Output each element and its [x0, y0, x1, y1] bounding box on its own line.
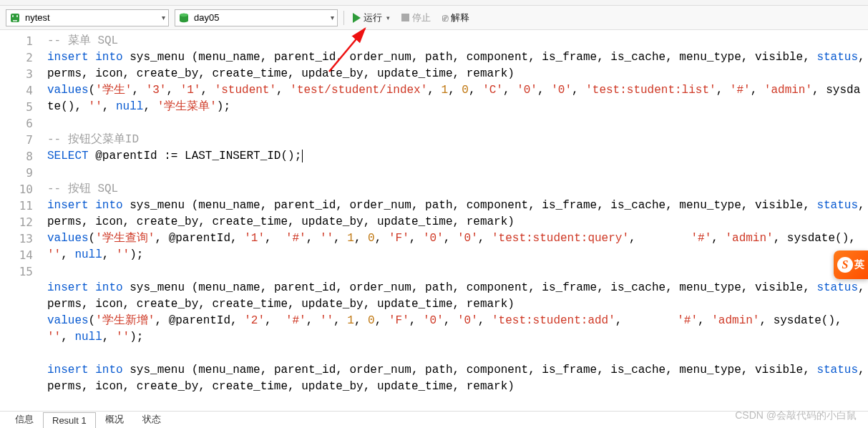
stop-label: 停止: [412, 11, 431, 24]
tab-info[interactable]: 信息: [6, 410, 43, 428]
database-dropdown[interactable]: day05 ▾: [175, 9, 338, 26]
connection-value: nytest: [25, 12, 157, 23]
run-label: 运行: [364, 11, 382, 24]
toolbar-divider: [343, 11, 344, 25]
explain-button[interactable]: ⎚ 解释: [439, 10, 472, 26]
sogou-ime-badge[interactable]: S 英: [834, 251, 868, 279]
stop-button: 停止: [399, 10, 434, 26]
database-value: day05: [194, 12, 326, 23]
text-caret: [302, 150, 303, 162]
tab-profile[interactable]: 概况: [96, 410, 133, 428]
stop-icon: [401, 14, 409, 21]
toolbar-top-partial: [0, 0, 868, 6]
watermark-text: CSDN @会敲代码的小白鼠: [735, 409, 857, 422]
chevron-down-icon: ▾: [386, 14, 390, 21]
sogou-mode-label: 英: [854, 258, 864, 271]
sogou-s-icon: S: [837, 257, 853, 273]
explain-label: 解释: [451, 11, 469, 24]
explain-icon: ⎚: [442, 12, 448, 24]
sql-editor[interactable]: 123456789101112131415 -- 菜单 SQL insert i…: [0, 30, 868, 411]
tab-status[interactable]: 状态: [133, 410, 170, 428]
play-icon: [353, 13, 361, 23]
code-area[interactable]: -- 菜单 SQL insert into sys_menu (menu_nam…: [40, 30, 868, 411]
chevron-down-icon: ▾: [331, 14, 334, 21]
toolbar-main: nytest ▾ day05 ▾ 运行 ▾ 停止 ⎚ 解释: [0, 6, 868, 30]
plug-icon: [9, 12, 21, 24]
tab-result1[interactable]: Result 1: [43, 412, 96, 428]
run-button[interactable]: 运行 ▾: [350, 10, 393, 26]
chevron-down-icon: ▾: [162, 14, 165, 21]
connection-dropdown[interactable]: nytest ▾: [6, 9, 169, 26]
database-icon: [178, 12, 190, 24]
svg-point-2: [180, 13, 188, 16]
line-gutter: 123456789101112131415: [0, 30, 40, 411]
